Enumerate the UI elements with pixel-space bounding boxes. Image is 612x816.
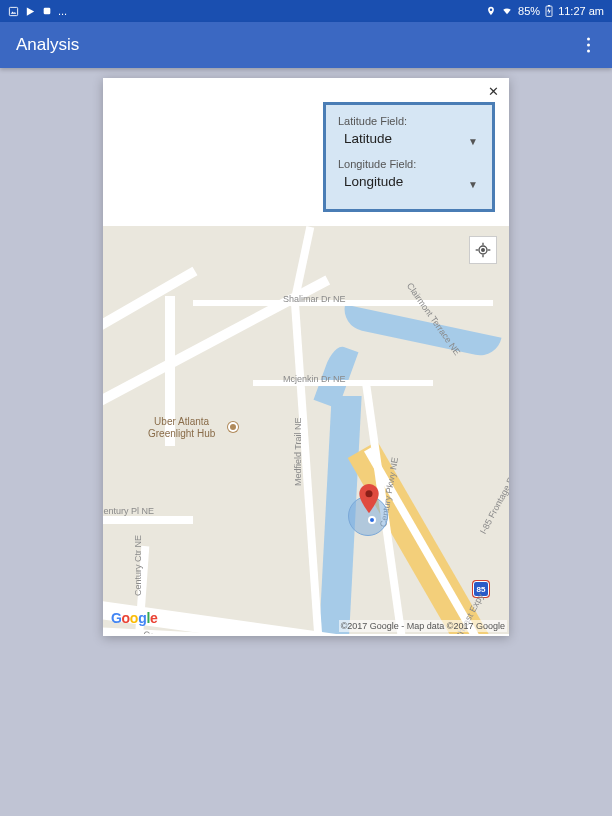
longitude-field-block: Longitude Field: Longitude ▼ (338, 158, 480, 197)
poi-dot (228, 422, 238, 432)
action-bar: Analysis (0, 22, 612, 68)
road-label: I-85 Frontage Rd (478, 471, 509, 536)
map-view[interactable]: 85 Shalimar Dr NE Mcjenkin Dr NE Medfiel… (103, 226, 509, 634)
latitude-field-block: Latitude Field: Latitude ▼ (338, 115, 480, 154)
road-label: Century Pl NE (103, 506, 154, 516)
page-title: Analysis (16, 35, 79, 55)
svg-rect-0 (9, 7, 17, 15)
battery-icon (545, 5, 553, 17)
current-location-dot (368, 516, 376, 524)
wifi-icon (501, 6, 513, 16)
location-icon (486, 6, 496, 16)
road-label: Medfield Trail NE (293, 417, 303, 486)
map-card: ✕ Latitude Field: Latitude ▼ Longitude F… (103, 78, 509, 636)
chevron-down-icon: ▼ (468, 136, 480, 147)
svg-point-6 (482, 249, 485, 252)
overflow-menu-button[interactable] (579, 30, 598, 61)
chevron-down-icon: ▼ (468, 179, 480, 190)
svg-rect-1 (44, 8, 51, 15)
poi-label: Uber AtlantaGreenlight Hub (148, 416, 215, 439)
map-pin-icon (358, 484, 380, 514)
crosshair-icon (475, 242, 491, 258)
close-button[interactable]: ✕ (484, 82, 503, 101)
latitude-field-dropdown[interactable]: Latitude ▼ (338, 129, 480, 154)
image-icon (8, 6, 19, 17)
status-left: ... (8, 5, 67, 17)
longitude-field-value: Longitude (338, 172, 403, 197)
road-label: Shalimar Dr NE (283, 294, 346, 304)
field-selector-panel: Latitude Field: Latitude ▼ Longitude Fie… (323, 102, 495, 212)
svg-point-4 (365, 490, 372, 497)
svg-rect-3 (548, 5, 550, 6)
play-icon (25, 6, 36, 17)
longitude-field-dropdown[interactable]: Longitude ▼ (338, 172, 480, 197)
latitude-field-label: Latitude Field: (338, 115, 480, 127)
battery-percent: 85% (518, 5, 540, 17)
status-right: 85% 11:27 am (486, 5, 604, 17)
my-location-button[interactable] (469, 236, 497, 264)
square-icon (42, 6, 52, 16)
clock-text: 11:27 am (558, 5, 604, 17)
road-label: Century Ctr NE (133, 535, 143, 596)
road-label: Mcjenkin Dr NE (283, 374, 346, 384)
map-attribution: ©2017 Google - Map data ©2017 Google (339, 620, 507, 632)
more-notifications: ... (58, 5, 67, 17)
google-logo: Google (111, 610, 157, 626)
latitude-field-value: Latitude (338, 129, 392, 154)
status-bar: ... 85% 11:27 am (0, 0, 612, 22)
longitude-field-label: Longitude Field: (338, 158, 480, 170)
